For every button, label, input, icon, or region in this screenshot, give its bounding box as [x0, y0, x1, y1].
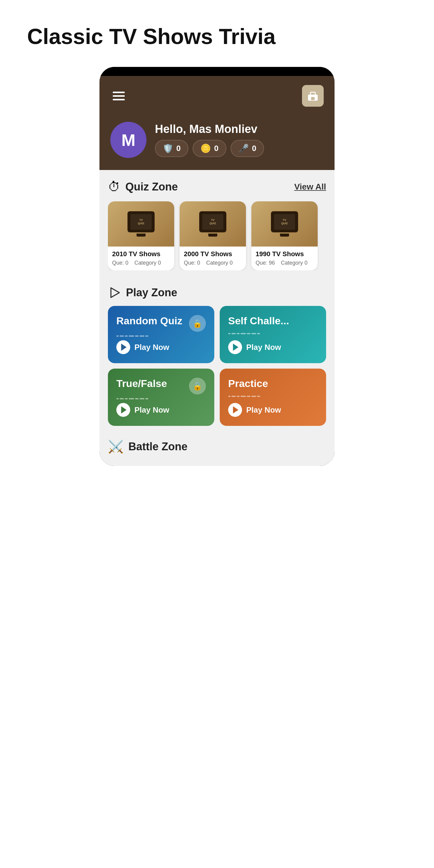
- play-card-title-3: Practice: [228, 378, 268, 390]
- stat-icon-1: 🪙: [200, 144, 211, 153]
- quiz-cat-2: Category 0: [281, 260, 307, 266]
- play-triangle-2: [121, 406, 127, 413]
- tv-icon-0: TVQUIZ: [127, 211, 155, 237]
- page-title: Classic TV Shows Trivia: [0, 0, 434, 67]
- play-card-top-3: Practice: [228, 378, 318, 390]
- menu-line-3: [113, 99, 125, 100]
- quiz-card-info-0: 2010 TV Shows Que: 0 Category 0: [108, 247, 174, 270]
- phone-frame: M Hello, Mas Monliev 🛡️ 0 🪙 0 🎤 0: [99, 67, 335, 466]
- play-now-text-1: Play Now: [246, 343, 281, 352]
- quiz-zone-icon: ⏱: [108, 180, 121, 194]
- wave-line-2: [116, 398, 206, 399]
- stat-value-1: 0: [214, 144, 218, 153]
- menu-button[interactable]: [110, 89, 127, 103]
- menu-line-1: [113, 92, 125, 93]
- stat-badge-0: 🛡️ 0: [155, 140, 188, 157]
- quiz-que-0: Que: 0: [112, 260, 128, 266]
- lock-icon-2: 🔒: [189, 378, 206, 395]
- quiz-cat-1: Category 0: [206, 260, 233, 266]
- play-now-text-3: Play Now: [246, 405, 281, 415]
- play-circle-0: [116, 340, 130, 354]
- quiz-cat-0: Category 0: [134, 260, 161, 266]
- quiz-card-info-2: 1990 TV Shows Que: 96 Category 0: [251, 247, 318, 270]
- quiz-card-1[interactable]: TVQUIZ 2000 TV Shows Que: 0 Category 0: [180, 201, 246, 270]
- play-card-random-quiz[interactable]: Random Quiz 🔒 Play Now: [108, 306, 214, 363]
- wave-line-0: [116, 336, 206, 337]
- profile-section: M Hello, Mas Monliev 🛡️ 0 🪙 0 🎤 0: [99, 116, 335, 170]
- phone-inner: M Hello, Mas Monliev 🛡️ 0 🪙 0 🎤 0: [99, 76, 335, 466]
- stats-row: 🛡️ 0 🪙 0 🎤 0: [155, 140, 264, 157]
- quiz-card-title-1: 2000 TV Shows: [184, 250, 242, 258]
- play-zone-section: Play Zone Random Quiz 🔒: [99, 278, 335, 432]
- store-button[interactable]: [302, 85, 324, 107]
- play-circle-3: [228, 403, 242, 417]
- wave-line-1: [228, 333, 318, 334]
- avatar-initial: M: [121, 130, 135, 150]
- wave-line-3: [228, 396, 318, 397]
- quiz-card-meta-1: Que: 0 Category 0: [184, 260, 242, 266]
- quiz-card-0[interactable]: TVQUIZ 2010 TV Shows Que: 0 Category 0: [108, 201, 174, 270]
- quiz-card-meta-0: Que: 0 Category 0: [112, 260, 170, 266]
- quiz-card-img-0: TVQUIZ: [108, 201, 174, 247]
- quiz-card-info-1: 2000 TV Shows Que: 0 Category 0: [180, 247, 246, 270]
- play-now-btn-1[interactable]: Play Now: [228, 340, 318, 354]
- play-zone-icon: [108, 286, 121, 299]
- play-card-title-1: Self Challe...: [228, 315, 289, 327]
- battle-zone-section: ⚔️ Battle Zone: [99, 432, 335, 466]
- stat-badge-1: 🪙 0: [193, 140, 226, 157]
- play-card-self-challenge[interactable]: Self Challe... Play Now: [220, 306, 326, 363]
- play-now-btn-2[interactable]: Play Now: [116, 403, 206, 417]
- stat-value-2: 0: [252, 144, 256, 153]
- play-circle-1: [228, 340, 242, 354]
- stat-icon-0: 🛡️: [163, 144, 173, 153]
- play-now-btn-3[interactable]: Play Now: [228, 403, 318, 417]
- svg-rect-1: [310, 92, 315, 95]
- quiz-card-title-0: 2010 TV Shows: [112, 250, 170, 258]
- quiz-card-title-2: 1990 TV Shows: [255, 250, 313, 258]
- play-triangle-0: [121, 344, 127, 351]
- status-bar: [99, 67, 335, 76]
- play-card-title-0: Random Quiz: [116, 315, 182, 327]
- view-all-button[interactable]: View All: [294, 182, 326, 192]
- quiz-zone-header: ⏱ Quiz Zone View All: [108, 180, 326, 194]
- play-now-text-0: Play Now: [134, 343, 169, 352]
- quiz-cards-list: TVQUIZ 2010 TV Shows Que: 0 Category 0: [108, 201, 326, 270]
- play-card-true-false[interactable]: True/False 🔒 Play Now: [108, 369, 214, 426]
- battle-title-row: ⚔️ Battle Zone: [108, 439, 326, 454]
- play-zone-title: Play Zone: [126, 286, 177, 299]
- tv-icon-2: TVQUIZ: [271, 211, 298, 237]
- play-now-btn-0[interactable]: Play Now: [116, 340, 206, 354]
- play-card-top-1: Self Challe...: [228, 315, 318, 327]
- quiz-card-2[interactable]: TVQUIZ 1990 TV Shows Que: 96 Category 0: [251, 201, 318, 270]
- avatar: M: [110, 122, 147, 158]
- play-zone-header: Play Zone: [108, 286, 326, 299]
- quiz-zone-section: ⏱ Quiz Zone View All TVQUIZ: [99, 170, 335, 278]
- play-card-top-0: Random Quiz 🔒: [116, 315, 206, 332]
- stat-icon-2: 🎤: [239, 144, 249, 153]
- quiz-que-1: Que: 0: [184, 260, 200, 266]
- profile-info: Hello, Mas Monliev 🛡️ 0 🪙 0 🎤 0: [155, 123, 264, 157]
- stat-badge-2: 🎤 0: [230, 140, 264, 157]
- section-title-row: ⏱ Quiz Zone: [108, 180, 178, 194]
- quiz-card-img-1: TVQUIZ: [180, 201, 246, 247]
- play-card-practice[interactable]: Practice Play Now: [220, 369, 326, 426]
- play-circle-2: [116, 403, 130, 417]
- battle-icon: ⚔️: [108, 439, 124, 454]
- quiz-que-2: Que: 96: [255, 260, 275, 266]
- store-icon: [307, 90, 319, 102]
- battle-title: Battle Zone: [128, 440, 187, 453]
- lock-icon-0: 🔒: [189, 315, 206, 332]
- svg-rect-2: [311, 97, 315, 100]
- menu-line-2: [113, 95, 125, 97]
- play-cards-grid: Random Quiz 🔒 Play Now: [108, 306, 326, 426]
- app-header: [99, 76, 335, 116]
- quiz-card-meta-2: Que: 96 Category 0: [255, 260, 313, 266]
- play-triangle-1: [233, 344, 239, 351]
- svg-marker-3: [111, 288, 119, 298]
- greeting-text: Hello, Mas Monliev: [155, 123, 264, 135]
- play-triangle-3: [233, 406, 239, 413]
- play-card-top-2: True/False 🔒: [116, 378, 206, 395]
- tv-icon-1: TVQUIZ: [199, 211, 226, 237]
- play-card-title-2: True/False: [116, 378, 167, 390]
- quiz-zone-title: Quiz Zone: [125, 181, 178, 193]
